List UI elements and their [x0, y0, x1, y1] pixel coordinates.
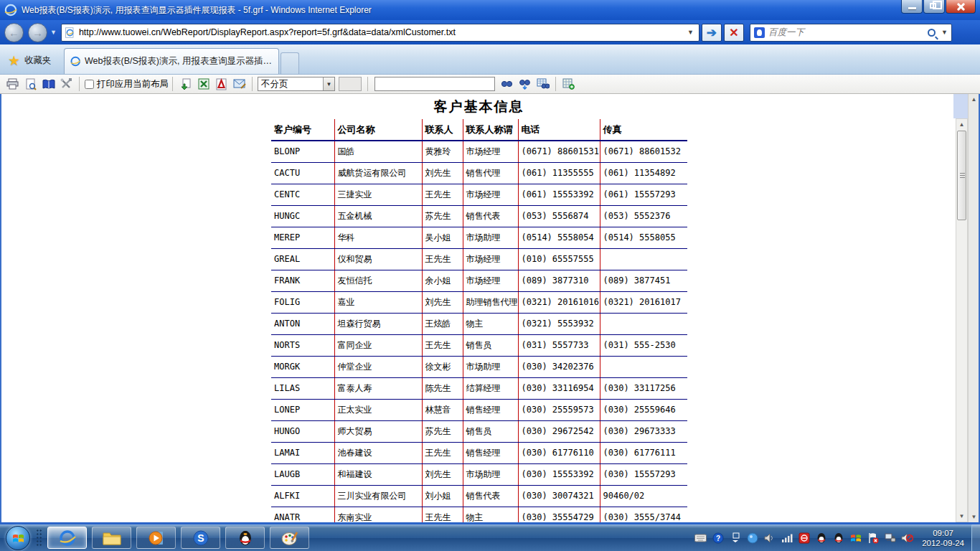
table-row: LONEP正太实业林慧音销售经理(030) 25559573(030) 2555…	[271, 399, 687, 420]
history-chevron-icon[interactable]: ▼	[50, 29, 57, 36]
table-cell: (089) 3877451	[600, 270, 687, 291]
volume-muted-icon[interactable]	[901, 532, 913, 544]
table-cell	[600, 248, 687, 270]
taskbar-app-explorer[interactable]	[92, 527, 131, 549]
volume-mixer-icon[interactable]	[763, 532, 776, 544]
taskbar-app-paint[interactable]	[270, 527, 309, 549]
search-input[interactable]: 百度一下	[768, 27, 928, 39]
export-mail-icon[interactable]	[232, 77, 247, 91]
folder-icon	[103, 530, 121, 546]
browser-scroll-down-icon[interactable]: ▼	[969, 512, 979, 522]
find-next-icon[interactable]	[517, 77, 532, 91]
action-center-flag-icon[interactable]	[867, 532, 879, 544]
go-button[interactable]: ➔	[702, 24, 722, 42]
table-cell: 结算经理	[463, 377, 518, 399]
taskbar-app-sogou[interactable]: S	[181, 527, 220, 549]
pagination-select[interactable]: 不分页 ▼	[258, 77, 335, 91]
table-row: ANTON坦森行贸易王炫皓物主(0321) 5553932	[271, 313, 687, 334]
taskbar-app-media-player[interactable]	[136, 527, 176, 549]
table-cell: MORGK	[271, 356, 334, 377]
table-cell: (089) 3877310	[518, 270, 600, 291]
svg-text:S: S	[197, 532, 204, 544]
ie-app-icon	[59, 529, 76, 547]
table-cell: 仲堂企业	[334, 356, 422, 377]
address-bar[interactable]: http://www.tuowei.cn/WebReport/DisplayRe…	[61, 24, 699, 42]
table-cell: FRANK	[271, 270, 334, 291]
new-tab-stub[interactable]	[281, 52, 299, 74]
table-cell: 销售代表	[463, 485, 518, 507]
system-tray: ?	[694, 532, 913, 544]
table-cell: ANATR	[271, 507, 334, 522]
export-excel-icon[interactable]	[196, 77, 211, 91]
print-layout-checkbox[interactable]: 打印应用当前布局	[83, 78, 169, 90]
table-cell: 黄雅玲	[422, 141, 463, 162]
table-cell: 吴小姐	[422, 227, 463, 248]
column-header: 公司名称	[334, 119, 422, 141]
table-cell: ANTON	[271, 313, 334, 334]
table-cell: (030) 33116954	[518, 377, 600, 399]
table-cell: NORTS	[271, 334, 334, 356]
table-cell: LONEP	[271, 399, 334, 420]
table-cell	[600, 356, 687, 377]
export-pdf-icon[interactable]	[214, 77, 229, 91]
help-icon[interactable]: ?	[712, 532, 724, 544]
export-download-icon[interactable]	[178, 77, 193, 91]
network-signal-icon[interactable]	[781, 532, 793, 544]
table-cell: 物主	[463, 313, 518, 334]
print-icon[interactable]	[5, 77, 20, 91]
star-icon: ★	[8, 52, 20, 69]
stop-button[interactable]: ✕	[724, 24, 744, 42]
table-cell: 物主	[463, 507, 518, 522]
tab-active[interactable]: Web报表(B/S报表)演示, 用报表查询显示器插件...	[64, 48, 279, 74]
start-button[interactable]	[6, 526, 30, 550]
find-input[interactable]	[374, 77, 495, 91]
table-cell: (0321) 20161016	[518, 291, 600, 313]
scroll-up-icon[interactable]: ▲	[956, 119, 967, 130]
qq-tray-icon-2[interactable]	[832, 532, 844, 544]
taskbar-app-ie[interactable]	[47, 527, 87, 549]
find-icon[interactable]	[499, 77, 514, 91]
catalog-book-icon[interactable]	[41, 77, 56, 91]
column-header: 客户编号	[271, 119, 334, 141]
network-connection-icon[interactable]	[884, 532, 896, 544]
messenger-icon[interactable]	[746, 532, 758, 544]
table-cell: 富泰人寿	[334, 377, 422, 399]
combo-dropdown-icon[interactable]: ▼	[323, 77, 334, 90]
minimize-button[interactable]	[901, 0, 923, 14]
find-in-table-icon[interactable]	[535, 77, 550, 91]
settings-tools-icon[interactable]	[59, 77, 74, 91]
search-box[interactable]: 百度一下 ▼	[750, 24, 952, 42]
windows-update-icon[interactable]	[849, 532, 862, 544]
search-icon[interactable]	[928, 29, 936, 37]
address-dropdown-icon[interactable]: ▼	[685, 29, 696, 36]
browser-scroll-up-icon[interactable]: ▲	[969, 94, 979, 105]
input-keyboard-icon[interactable]	[694, 532, 707, 544]
table-row: GREAL仪和贸易王先生市场经理(010) 65557555	[271, 248, 687, 270]
insert-table-icon[interactable]	[561, 77, 576, 91]
restore-button[interactable]	[923, 0, 945, 14]
scrollbar-thumb[interactable]	[957, 131, 966, 220]
ie-icon	[4, 4, 17, 17]
taskbar-app-qq[interactable]	[225, 527, 265, 549]
browser-vertical-scrollbar[interactable]: ▲ ▼	[968, 94, 979, 522]
print-preview-icon[interactable]	[23, 77, 38, 91]
table-cell: 师大贸易	[334, 420, 422, 442]
table-cell: 陈先生	[422, 377, 463, 399]
report-vertical-scrollbar[interactable]: ▲ ▼	[956, 118, 968, 522]
table-row: HUNGO师大贸易苏先生销售员(030) 29672542(030) 29673…	[271, 420, 687, 442]
security-emblem-icon[interactable]	[798, 532, 810, 544]
favorites-button[interactable]: ★ 收藏夹	[1, 50, 61, 71]
table-cell: CENTC	[271, 184, 334, 205]
search-dropdown-icon[interactable]: ▼	[941, 29, 948, 36]
print-layout-checkbox-input[interactable]	[85, 80, 94, 89]
forward-button[interactable]: →	[28, 23, 47, 42]
taskbar-clock[interactable]: 09:07 2012-09-24	[922, 528, 964, 548]
table-row: MEREP华科吴小姐市场助理(0514) 5558054(0514) 55580…	[271, 227, 687, 248]
qq-tray-icon[interactable]	[815, 532, 827, 544]
close-button[interactable]	[946, 0, 976, 14]
baidu-icon	[754, 27, 765, 38]
show-desktop-button[interactable]	[971, 524, 980, 551]
scroll-down-icon[interactable]: ▼	[956, 511, 967, 522]
back-button[interactable]: ←	[4, 23, 24, 42]
hidden-icons-chevron[interactable]	[729, 532, 741, 544]
